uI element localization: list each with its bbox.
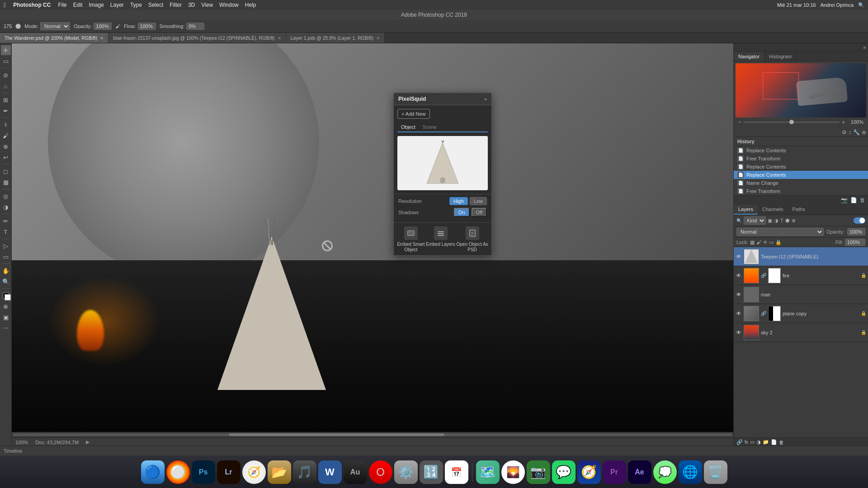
zoom-tool[interactable]: 🔍 bbox=[1, 277, 11, 286]
tab1-close[interactable]: ✕ bbox=[100, 36, 104, 41]
lock-artboard-icon[interactable]: ▭ bbox=[769, 239, 774, 245]
layer-group-btn[interactable]: 📁 bbox=[763, 439, 769, 445]
history-item-6[interactable]: 📄 Free Transform bbox=[734, 187, 868, 195]
menu-image[interactable]: Image bbox=[89, 2, 104, 8]
ps-shadows-on[interactable]: On bbox=[454, 208, 470, 217]
dock-messages[interactable]: 💭 bbox=[653, 460, 677, 484]
ps-add-new-button[interactable]: + Add New bbox=[397, 109, 430, 119]
h-scrollbar[interactable] bbox=[12, 432, 733, 437]
shape-tool[interactable]: ▭ bbox=[1, 252, 11, 262]
ps-tab-active[interactable]: Object bbox=[397, 122, 419, 132]
opacity-input[interactable] bbox=[847, 228, 865, 235]
tab-paths[interactable]: Paths bbox=[788, 205, 810, 215]
filter-smart-icon[interactable]: ⊕ bbox=[792, 218, 796, 224]
canvas-area[interactable]: 100% Doc: 43,2M/294,7M ▶ bbox=[12, 43, 733, 446]
layer-fire[interactable]: 👁 🔗 fire 🔒 bbox=[734, 266, 868, 285]
history-brush-tool[interactable]: ↩ bbox=[1, 152, 11, 162]
lock-all-icon[interactable]: 🔒 bbox=[775, 239, 782, 245]
layer-sky[interactable]: 👁 sky 2 🔒 bbox=[734, 323, 868, 342]
tab-histogram[interactable]: Histogram bbox=[764, 52, 797, 61]
dock-ps[interactable]: Ps bbox=[192, 460, 215, 484]
ps-shadows-off[interactable]: Off bbox=[472, 208, 487, 217]
panel-tool-4[interactable]: ⊕ bbox=[862, 129, 866, 136]
doc-tab-1[interactable]: The Wanderer.psd @ 100% (Model, RGB/8) ✕ bbox=[0, 33, 108, 43]
heal-tool[interactable]: ⚕ bbox=[1, 120, 11, 130]
smoothing-input[interactable] bbox=[186, 23, 204, 30]
panel-tool-3[interactable]: 🔧 bbox=[853, 129, 860, 136]
collapse-panel-btn[interactable]: » bbox=[863, 44, 866, 51]
history-new-doc-btn[interactable]: 📄 bbox=[850, 197, 857, 203]
ps-action-open-psd[interactable]: Open Object AsPSD bbox=[457, 226, 488, 253]
filter-adjust-icon[interactable]: ◑ bbox=[774, 218, 778, 224]
history-item-5[interactable]: 📄 Name Change bbox=[734, 179, 868, 187]
layer-fx-btn[interactable]: fx bbox=[745, 440, 748, 445]
tab2-close[interactable]: ✕ bbox=[278, 36, 281, 41]
dock-trash[interactable]: 🗑️ bbox=[704, 460, 727, 484]
dock-word[interactable]: W bbox=[318, 460, 342, 484]
panel-tool-1[interactable]: ⚙ bbox=[842, 129, 847, 136]
menu-view[interactable]: View bbox=[201, 2, 213, 8]
layer-mask-btn[interactable]: ▭ bbox=[750, 439, 755, 445]
move-tool[interactable]: ✛ bbox=[1, 45, 11, 55]
dock-audio2[interactable]: Au bbox=[344, 460, 367, 484]
dock-maps[interactable]: 🗺️ bbox=[476, 460, 500, 484]
dock-whatsapp[interactable]: 💬 bbox=[552, 460, 576, 484]
marquee-tool[interactable]: ▭ bbox=[1, 56, 11, 66]
dock-settings[interactable]: ⚙️ bbox=[394, 460, 418, 484]
menu-file[interactable]: File bbox=[58, 2, 66, 8]
brush-tool[interactable]: 🖌 bbox=[1, 131, 11, 141]
menu-filter[interactable]: Filter bbox=[170, 2, 182, 8]
layer-teepee-vis[interactable]: 👁 bbox=[736, 253, 742, 260]
fill-input[interactable] bbox=[845, 239, 865, 246]
dock-ae[interactable]: Ae bbox=[628, 460, 651, 484]
layer-adj-btn[interactable]: ◑ bbox=[756, 439, 761, 445]
lasso-tool[interactable]: ⊘ bbox=[1, 70, 11, 80]
dock-finder2[interactable]: 📂 bbox=[268, 460, 291, 484]
timeline-label[interactable]: Timeline bbox=[4, 448, 22, 454]
magic-wand-tool[interactable]: ⌂ bbox=[1, 81, 11, 91]
menu-window[interactable]: Window bbox=[219, 2, 239, 8]
dock-browser[interactable]: 🌐 bbox=[679, 460, 702, 484]
app-name[interactable]: Photoshop CC bbox=[13, 2, 51, 8]
stamp-tool[interactable]: ⊕ bbox=[1, 141, 11, 151]
lock-transparent-icon[interactable]: ▦ bbox=[750, 239, 755, 245]
eyedropper-tool[interactable]: ✒ bbox=[1, 106, 11, 116]
opacity-input[interactable] bbox=[94, 23, 112, 30]
dock-photos[interactable]: 🌄 bbox=[501, 460, 525, 484]
tab3-close[interactable]: ✕ bbox=[376, 36, 380, 41]
layer-man[interactable]: 👁 man bbox=[734, 285, 868, 304]
screen-mode-btn[interactable]: ▣ bbox=[1, 312, 11, 322]
dock-facetime[interactable]: 📷 bbox=[527, 460, 550, 484]
menu-layer[interactable]: Layer bbox=[110, 2, 124, 8]
history-snapshot-btn[interactable]: 📷 bbox=[841, 197, 848, 203]
crop-tool[interactable]: ⊞ bbox=[1, 95, 11, 105]
lock-position-icon[interactable]: ✛ bbox=[763, 239, 767, 245]
dock-audio[interactable]: 🎵 bbox=[293, 460, 316, 484]
filter-type-icon[interactable]: T bbox=[780, 218, 783, 223]
flow-input[interactable] bbox=[138, 23, 156, 30]
dock-lr[interactable]: Lr bbox=[217, 460, 241, 484]
zoom-slider[interactable] bbox=[744, 122, 839, 123]
filter-pixel-icon[interactable]: ▣ bbox=[768, 218, 772, 224]
layer-fire-vis[interactable]: 👁 bbox=[736, 272, 742, 279]
dock-maps2[interactable]: 🧭 bbox=[577, 460, 601, 484]
history-item-2[interactable]: 📄 Free Transform bbox=[734, 155, 868, 163]
layer-plane-vis[interactable]: 👁 bbox=[736, 310, 742, 317]
ps-resolution-high[interactable]: High bbox=[449, 197, 468, 205]
blend-mode-select[interactable]: Normal bbox=[736, 228, 824, 236]
more-info-btn[interactable]: ▶ bbox=[86, 439, 90, 445]
dock-chrome[interactable]: ⚪ bbox=[166, 460, 190, 484]
menu-3d[interactable]: 3D bbox=[188, 2, 195, 8]
menu-select[interactable]: Select bbox=[148, 2, 163, 8]
doc-tab-2[interactable]: blair-fraser-15137-unsplash.jpg @ 100% (… bbox=[108, 33, 286, 43]
panel-tool-2[interactable]: ↕ bbox=[849, 129, 851, 136]
layer-link-btn[interactable]: 🔗 bbox=[736, 439, 743, 445]
dock-calendar[interactable]: 📅 bbox=[445, 460, 468, 484]
ps-expand-btn[interactable]: » bbox=[484, 96, 487, 102]
dock-calculator[interactable]: 🔢 bbox=[420, 460, 443, 484]
menu-type[interactable]: Type bbox=[130, 2, 142, 8]
filter-shape-icon[interactable]: ⬟ bbox=[785, 218, 790, 224]
nav-zoom-in-icon[interactable]: + bbox=[842, 119, 845, 125]
lock-image-icon[interactable]: 🖌 bbox=[756, 239, 761, 245]
dock-safari[interactable]: 🧭 bbox=[242, 460, 266, 484]
